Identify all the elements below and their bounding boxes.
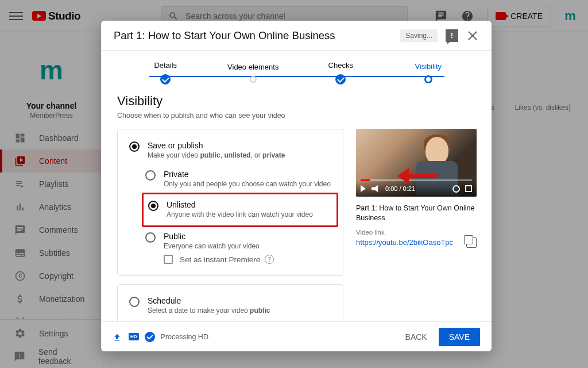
- radio-title: Save or publish: [148, 141, 331, 150]
- instant-premiere-checkbox[interactable]: Set as instant Premiere ?: [164, 255, 334, 264]
- save-or-publish-card: Save or publish Make your video public, …: [117, 129, 343, 276]
- radio-subtitle: Everyone can watch your video: [164, 242, 334, 250]
- step-details[interactable]: Details: [122, 61, 210, 85]
- radio-subtitle: Only you and people you choose can watch…: [164, 180, 334, 188]
- video-link[interactable]: https://youtu.be/2bikOasoTpc: [356, 238, 453, 247]
- radio-subtitle: Anyone with the video link can watch you…: [167, 210, 332, 218]
- play-icon[interactable]: [361, 185, 366, 192]
- private-radio[interactable]: Private Only you and people you choose c…: [145, 166, 334, 191]
- step-checks[interactable]: Checks: [297, 61, 385, 85]
- checkbox-icon: [164, 255, 173, 264]
- save-button[interactable]: SAVE: [439, 328, 480, 346]
- radio-icon: [145, 170, 156, 181]
- modal-footer: HD Processing HD BACK SAVE: [101, 321, 492, 351]
- premiere-label: Set as instant Premiere: [180, 255, 260, 264]
- schedule-card: Schedule Select a date to make your vide…: [117, 284, 343, 321]
- hd-badge: HD: [129, 333, 139, 340]
- help-icon[interactable]: ?: [265, 255, 274, 264]
- playback-time: 0:00 / 0:21: [385, 185, 452, 192]
- gear-icon[interactable]: [452, 185, 460, 193]
- radio-icon: [145, 232, 156, 243]
- video-link-label: Video link: [356, 229, 477, 236]
- stepper: Details Video elements Checks Visibility: [117, 51, 477, 85]
- saving-indicator: Saving...: [400, 29, 438, 42]
- radio-title: Schedule: [148, 296, 331, 305]
- unlisted-radio[interactable]: Unlisted Anyone with the video link can …: [148, 197, 332, 222]
- radio-title: Public: [164, 232, 334, 241]
- radio-title: Unlisted: [167, 200, 332, 209]
- schedule-radio[interactable]: Schedule Select a date to make your vide…: [127, 293, 334, 318]
- step-video-elements[interactable]: Video elements: [210, 63, 297, 83]
- close-icon[interactable]: [466, 29, 479, 42]
- volume-icon[interactable]: [372, 185, 380, 192]
- upload-visibility-modal: Part 1: How to Start Your Own Online Bus…: [101, 21, 492, 351]
- processing-text: Processing HD: [161, 333, 208, 341]
- radio-subtitle: Select a date to make your video public: [148, 306, 331, 315]
- unlisted-highlight-annotation: Unlisted Anyone with the video link can …: [142, 193, 338, 227]
- section-heading: Visibility: [117, 94, 477, 109]
- radio-icon: [148, 201, 158, 211]
- save-or-publish-radio[interactable]: Save or publish Make your video public, …: [127, 137, 334, 163]
- video-preview: 0:00 / 0:21 Part 1: How to Start Your Ow…: [356, 129, 477, 248]
- feedback-button[interactable]: !: [446, 29, 458, 42]
- processing-check-icon: [145, 332, 155, 342]
- radio-subtitle: Make your video public, unlisted, or pri…: [148, 151, 331, 159]
- radio-icon: [129, 297, 140, 307]
- copy-link-icon[interactable]: [466, 237, 477, 248]
- upload-icon: [113, 333, 122, 341]
- radio-icon: [129, 141, 140, 152]
- modal-title: Part 1: How to Start Your Own Online Bus…: [114, 29, 400, 42]
- back-button[interactable]: BACK: [397, 328, 435, 346]
- preview-title: Part 1: How to Start Your Own Online Bus…: [356, 204, 477, 223]
- fullscreen-icon[interactable]: [465, 185, 472, 192]
- radio-title: Private: [164, 170, 334, 179]
- step-visibility[interactable]: Visibility: [385, 62, 473, 83]
- modal-header: Part 1: How to Start Your Own Online Bus…: [101, 21, 492, 51]
- section-subheading: Choose when to publish and who can see y…: [117, 112, 477, 120]
- video-thumbnail[interactable]: 0:00 / 0:21: [356, 129, 477, 197]
- public-radio[interactable]: Public Everyone can watch your video Set…: [145, 228, 334, 267]
